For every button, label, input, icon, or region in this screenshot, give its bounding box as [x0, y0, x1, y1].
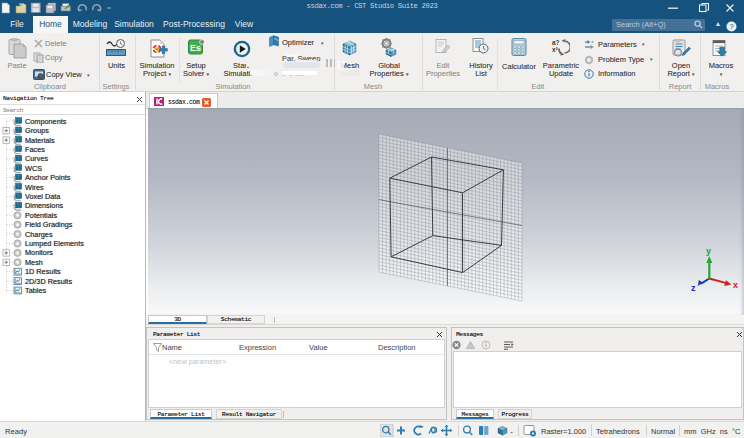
svg-text:x: x — [733, 280, 738, 290]
svg-text:z: z — [691, 283, 696, 293]
svg-text:?: ? — [729, 22, 733, 31]
svg-text:Es: Es — [190, 43, 201, 53]
svg-text:a?: a? — [552, 39, 560, 46]
svg-text:x²: x² — [552, 46, 559, 53]
svg-text:y: y — [706, 246, 711, 256]
